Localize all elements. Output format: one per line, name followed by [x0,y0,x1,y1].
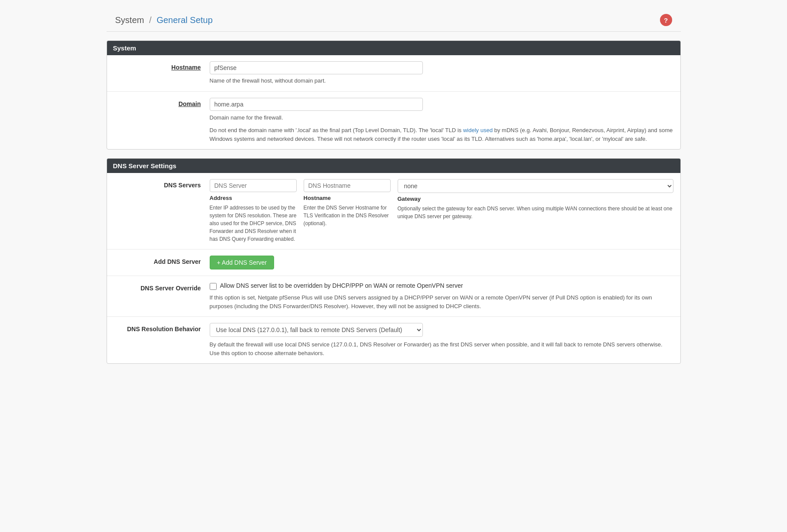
domain-help-2: Do not end the domain name with '.local'… [210,126,673,143]
dns-address-input[interactable] [210,179,297,192]
dns-server-override-content: Allow DNS server list to be overridden b… [210,282,673,310]
domain-input[interactable] [210,98,423,111]
dns-resolution-select[interactable]: Use local DNS (127.0.0.1), fall back to … [210,323,423,337]
breadcrumb-separator: / [149,15,152,25]
domain-row: Domain Domain name for the firewall. Do … [107,92,680,150]
system-section: System Hostname Name of the firewall hos… [107,40,681,150]
dns-override-checkbox-label: Allow DNS server list to be overridden b… [220,282,463,289]
dns-hostname-input[interactable] [304,179,391,192]
dns-servers-columns: Address Enter IP addresses to be used by… [210,179,673,243]
hostname-content: Name of the firewall host, without domai… [210,61,673,85]
domain-help-2-pre: Do not end the domain name with '.local'… [210,127,463,133]
breadcrumb-system: System [115,15,144,25]
dns-hostname-col: Hostname Enter the DNS Server Hostname f… [304,179,391,227]
dns-servers-row: DNS Servers Address Enter IP addresses t… [107,173,680,249]
page-wrapper: System / General Setup ? System Hostname… [98,0,690,381]
dns-override-checkbox[interactable] [210,283,217,290]
widely-used-link[interactable]: widely used [463,127,492,133]
hostname-label: Hostname [114,61,210,71]
dns-resolution-label: DNS Resolution Behavior [114,323,210,332]
dns-hostname-col-label: Hostname [304,195,391,201]
dns-resolution-content: Use local DNS (127.0.0.1), fall back to … [210,323,673,357]
dns-gateway-col-help: Optionally select the gateway for each D… [398,205,673,220]
dns-gateway-col: none Gateway Optionally select the gatew… [398,179,673,220]
dns-address-col-help: Enter IP addresses to be used by the sys… [210,204,297,243]
dns-gateway-col-label: Gateway [398,196,673,202]
hostname-help: Name of the firewall host, without domai… [210,76,673,85]
dns-gateway-select[interactable]: none [398,179,673,193]
hostname-input[interactable] [210,61,423,74]
dns-server-override-row: DNS Server Override Allow DNS server lis… [107,276,680,317]
dns-servers-label: DNS Servers [114,179,210,189]
dns-override-help: If this option is set, Netgate pfSense P… [210,293,673,310]
domain-help-1: Domain name for the firewall. [210,113,673,122]
breadcrumb: System / General Setup [115,15,213,25]
add-dns-server-label: Add DNS Server [114,256,210,265]
add-dns-server-button[interactable]: + Add DNS Server [210,256,275,269]
dns-section-header: DNS Server Settings [107,159,680,173]
dns-address-col: Address Enter IP addresses to be used by… [210,179,297,243]
dns-override-checkbox-row: Allow DNS server list to be overridden b… [210,282,673,290]
dns-resolution-row: DNS Resolution Behavior Use local DNS (1… [107,317,680,363]
help-icon[interactable]: ? [660,14,672,26]
dns-resolution-help: By default the firewall will use local D… [210,340,673,357]
page-header: System / General Setup ? [107,9,681,32]
breadcrumb-page-title: General Setup [157,15,213,25]
domain-content: Domain name for the firewall. Do not end… [210,98,673,143]
hostname-row: Hostname Name of the firewall host, with… [107,55,680,92]
add-dns-server-content: + Add DNS Server [210,256,673,269]
domain-label: Domain [114,98,210,107]
dns-servers-content: Address Enter IP addresses to be used by… [210,179,673,243]
add-dns-server-row: Add DNS Server + Add DNS Server [107,249,680,276]
dns-hostname-col-help: Enter the DNS Server Hostname for TLS Ve… [304,204,391,227]
dns-server-override-label: DNS Server Override [114,282,210,292]
dns-section: DNS Server Settings DNS Servers Address … [107,158,681,364]
dns-address-col-label: Address [210,195,297,201]
system-section-header: System [107,41,680,55]
